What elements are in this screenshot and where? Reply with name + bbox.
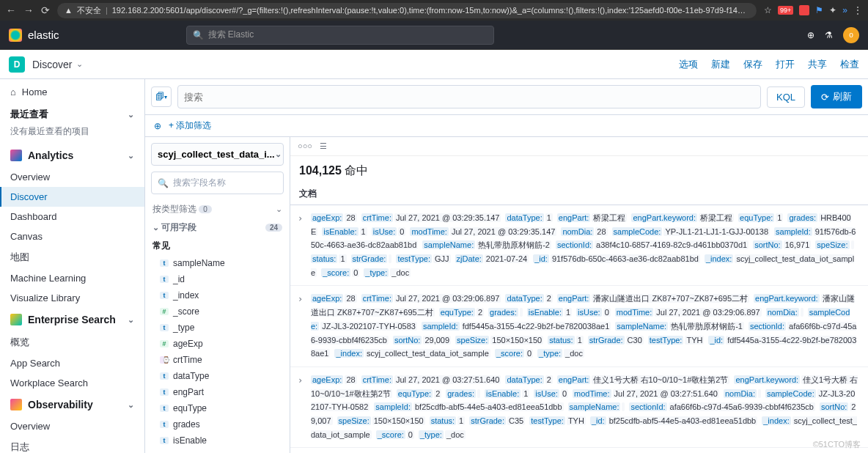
recent-section[interactable]: 最近查看 ⌄	[0, 102, 144, 122]
field-item[interactable]: tequType	[145, 400, 290, 416]
field-item[interactable]: t_index	[145, 287, 290, 303]
search-icon: 🔍	[193, 30, 204, 40]
available-fields-toggle[interactable]: ⌄ 可用字段 24	[145, 218, 290, 237]
field-item[interactable]: tisUse	[145, 449, 290, 453]
field-item[interactable]: ⌚crtTime	[145, 352, 290, 368]
field-item[interactable]: #_score	[145, 303, 290, 320]
common-fields-label: 常见	[145, 237, 290, 255]
doc-row[interactable]: ageExp:28crtTime:Jul 27, 2021 @ 03:29:35…	[290, 205, 868, 286]
refresh-icon: ⟳	[821, 92, 829, 103]
star-icon[interactable]: ☆	[764, 5, 772, 15]
filter-icon[interactable]: ⊕	[154, 121, 161, 131]
brand: elastic	[28, 29, 59, 41]
field-item[interactable]: tisEnable	[145, 432, 290, 449]
doc-row[interactable]: ageExp:28crtTime:Jul 27, 2021 @ 03:29:06…	[290, 286, 868, 367]
content: 🗐▾ KQL ⟳刷新 ⊕ + 添加筛选 scyj_collect_test_da…	[145, 79, 868, 453]
field-item[interactable]: tgrades	[145, 416, 290, 432]
nav-item[interactable]: Workplace Search	[0, 373, 144, 393]
newsfeed-icon[interactable]: ⊕	[807, 30, 814, 40]
puzzle-icon[interactable]: ✦	[829, 5, 836, 15]
devtools-icon[interactable]: »	[842, 5, 847, 15]
insecure-icon: ▲	[65, 6, 73, 15]
insecure-label: 不安全	[77, 5, 101, 16]
options-icon[interactable]: ○○○	[298, 141, 312, 151]
section-observability[interactable]: Observability ⌄	[0, 393, 144, 416]
nav-item[interactable]: Overview	[0, 167, 144, 187]
elastic-logo-icon[interactable]	[9, 29, 22, 42]
field-type-filter[interactable]: 按类型筛选 0 ⌄	[145, 200, 290, 218]
field-type-icon: #	[160, 308, 169, 315]
field-type-icon: t	[160, 437, 169, 444]
section-analytics[interactable]: Analytics ⌄	[0, 144, 144, 167]
help-icon[interactable]: ⚗	[825, 30, 833, 40]
chevron-down-icon[interactable]: ⌄	[76, 59, 83, 69]
field-sidebar: scyj_collect_test_data_i... ⌄ 🔍 搜索字段名称 按…	[145, 137, 290, 453]
field-type-icon: #	[160, 340, 169, 347]
nav-item[interactable]: Machine Learning	[0, 268, 144, 288]
nav-item[interactable]: Overview	[0, 416, 144, 436]
index-pattern-select[interactable]: scyj_collect_test_data_i... ⌄	[151, 143, 284, 166]
field-item[interactable]: tdataType	[145, 368, 290, 384]
nav-item[interactable]: Visualize Library	[0, 288, 144, 308]
refresh-button[interactable]: ⟳刷新	[811, 85, 862, 108]
top-link[interactable]: 新建	[711, 58, 730, 71]
top-link[interactable]: 保存	[743, 58, 762, 71]
chevron-down-icon: ⌄	[128, 110, 134, 119]
observability-icon	[10, 399, 22, 410]
menu-icon[interactable]: ⋮	[853, 5, 862, 15]
nav-item[interactable]: Discover	[0, 187, 144, 207]
top-link[interactable]: 检查	[840, 58, 859, 71]
nav-item[interactable]: 概览	[0, 331, 144, 353]
field-item[interactable]: t_id	[145, 271, 290, 287]
watermark: ©51CTO博客	[813, 439, 861, 450]
field-type-icon: t	[160, 276, 169, 283]
field-item[interactable]: t_type	[145, 320, 290, 336]
doc-row[interactable]: ageExp:28crtTime:Jul 27, 2021 @ 03:27:51…	[290, 367, 868, 448]
forward-icon[interactable]: →	[23, 4, 34, 16]
add-filter-link[interactable]: + 添加筛选	[169, 119, 211, 132]
save-query-icon[interactable]: 🗐▾	[151, 86, 172, 107]
analytics-icon	[10, 150, 22, 161]
ext-icon[interactable]	[799, 5, 809, 15]
top-link[interactable]: 选项	[679, 58, 698, 71]
nav-item[interactable]: 日志	[0, 436, 144, 453]
query-input-wrap[interactable]	[177, 85, 761, 108]
nav-item[interactable]: 地图	[0, 246, 144, 268]
enterprise-search-icon	[10, 314, 22, 325]
field-item[interactable]: tengPart	[145, 384, 290, 400]
ext-icon2[interactable]: ⚑	[815, 5, 823, 15]
doc-row[interactable]: ageExp:28crtTime:Jul 27, 2021 @ 03:27:22…	[290, 448, 868, 453]
breadcrumb-item[interactable]: Discover	[32, 59, 72, 70]
url-text: 192.168.2.200:5601/app/discover#/?_g=(fi…	[112, 6, 749, 15]
section-enterprise[interactable]: Enterprise Search ⌄	[0, 308, 144, 331]
field-type-icon: t	[160, 421, 169, 428]
chart-icon[interactable]: ☰	[320, 141, 327, 151]
doc-area: ○○○ ☰ 104,125 命中 文档 ageExp:28crtTime:Jul…	[290, 137, 868, 453]
field-search[interactable]: 🔍 搜索字段名称	[151, 172, 284, 194]
reload-icon[interactable]: ⟳	[41, 4, 50, 16]
field-item[interactable]: #ageExp	[145, 336, 290, 352]
app-badge[interactable]: D	[9, 56, 25, 73]
breadcrumb: Discover ⌄	[32, 59, 83, 70]
top-menu: 选项新建保存打开共享检查	[679, 58, 859, 71]
global-search[interactable]: 🔍 搜索 Elastic	[186, 26, 494, 45]
nav-item[interactable]: App Search	[0, 353, 144, 373]
top-link[interactable]: 共享	[808, 58, 827, 71]
global-header: elastic 🔍 搜索 Elastic ⊕ ⚗ o	[0, 21, 868, 50]
kql-button[interactable]: KQL	[767, 86, 805, 108]
top-link[interactable]: 打开	[776, 58, 795, 71]
field-item[interactable]: tsampleName	[145, 255, 290, 271]
chevron-down-icon: ⌄	[128, 315, 134, 325]
back-icon[interactable]: ←	[6, 4, 16, 16]
chevron-down-icon: ⌄	[128, 151, 134, 161]
nav-home[interactable]: ⌂ Home	[0, 82, 144, 102]
ext-badge[interactable]: 99+	[778, 6, 793, 15]
url-bar[interactable]: ▲ 不安全 | 192.168.2.200:5601/app/discover#…	[57, 3, 757, 18]
avatar[interactable]: o	[843, 27, 859, 43]
query-input[interactable]	[184, 92, 754, 103]
search-placeholder: 搜索 Elastic	[208, 29, 254, 41]
nav-item[interactable]: Canvas	[0, 226, 144, 246]
chevron-down-icon: ⌄	[276, 205, 282, 214]
nav-item[interactable]: Dashboard	[0, 207, 144, 226]
filter-bar: ⊕ + 添加筛选	[145, 115, 868, 137]
